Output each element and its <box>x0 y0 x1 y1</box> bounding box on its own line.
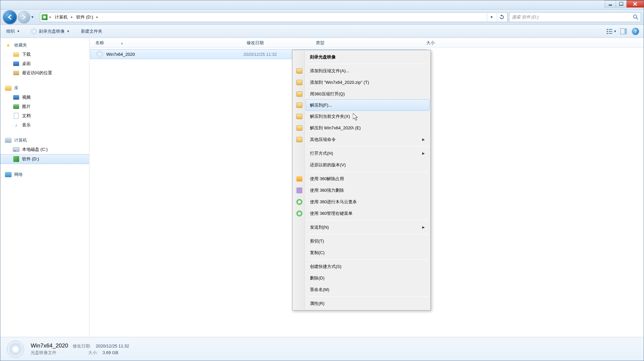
sidebar-item-drive-d[interactable]: 软件 (D:) <box>0 154 89 164</box>
ctx-restore-previous[interactable]: 还原以前的版本(V) <box>306 159 429 171</box>
ctx-add-to-zip[interactable]: 添加到 "Win7x64_2020.zip" (T) <box>306 77 429 88</box>
search-input[interactable]: 搜索 软件 (D:) <box>509 12 641 22</box>
sidebar-item-pictures[interactable]: 图片 <box>0 102 89 111</box>
help-icon: ? <box>632 28 639 35</box>
window-controls <box>605 0 644 8</box>
ctx-extract-to-folder[interactable]: 解压到 Win7x64_2020\ (E) <box>306 122 429 134</box>
ctx-delete[interactable]: 删除(D) <box>306 272 429 284</box>
refresh-button[interactable] <box>497 13 506 21</box>
archive-icon <box>296 137 302 142</box>
disk-icon <box>13 147 19 152</box>
details-pane: Win7x64_2020 修改日期: 2020/12/25 11:32 光盘映像… <box>0 337 644 361</box>
maximize-button[interactable] <box>616 0 627 8</box>
details-date-value: 2020/12/25 11:32 <box>96 344 129 348</box>
sidebar-network-header[interactable]: 网络 <box>0 170 89 179</box>
sidebar-item-music[interactable]: ♪音乐 <box>0 120 89 130</box>
svg-point-3 <box>633 15 637 18</box>
address-bar[interactable]: ▸ 计算机 ▸ 软件 (D:) ▸ ▾ <box>40 12 508 22</box>
ctx-360-force-delete[interactable]: 使用 360强力删除 <box>306 184 429 196</box>
archive-icon <box>296 80 302 85</box>
column-header-name[interactable]: 名称▲ <box>95 40 247 46</box>
close-button[interactable] <box>627 0 644 8</box>
breadcrumb-drive[interactable]: 软件 (D:) <box>75 14 94 21</box>
ctx-extract-to[interactable]: 解压到(F)... <box>306 99 430 111</box>
sidebar-item-downloads[interactable]: 下载 <box>0 50 89 59</box>
archive-icon <box>296 68 302 74</box>
sort-ascending-icon: ▲ <box>120 42 123 45</box>
ctx-create-shortcut[interactable]: 创建快捷方式(S) <box>306 261 429 272</box>
ctx-360-manage-menu[interactable]: 使用 360管理右键菜单 <box>306 208 429 219</box>
back-button[interactable] <box>3 10 17 24</box>
sidebar-item-recent[interactable]: 最近访问的位置 <box>0 68 89 78</box>
organize-button[interactable]: 组织 ▼ <box>4 27 22 36</box>
command-toolbar: 组织 ▼ 刻录光盘映像 ▼ 新建文件夹 ▼ ? <box>0 25 644 38</box>
nav-history-dropdown[interactable]: ▾ <box>31 15 37 19</box>
ctx-extract-here[interactable]: 解压到当前文件夹(X) <box>306 111 429 122</box>
svg-rect-10 <box>609 33 612 34</box>
archive-icon <box>296 91 302 97</box>
documents-icon <box>14 113 18 119</box>
ctx-add-to-archive[interactable]: 添加到压缩文件(A)... <box>306 65 429 77</box>
svg-rect-8 <box>609 31 612 32</box>
archive-icon <box>296 114 302 119</box>
preview-pane-button[interactable] <box>619 27 628 36</box>
music-icon: ♪ <box>13 122 19 128</box>
details-size-value: 3.69 GB <box>103 350 119 355</box>
burn-disc-image-button[interactable]: 刻录光盘映像 ▼ <box>28 27 72 36</box>
ctx-copy[interactable]: 复制(C) <box>306 247 429 258</box>
column-header-type[interactable]: 类型 <box>316 40 385 46</box>
ctx-cut[interactable]: 剪切(T) <box>306 235 429 247</box>
sidebar-favorites-header[interactable]: ★ 收藏夹 <box>0 41 89 50</box>
sidebar-libraries-header[interactable]: 库 <box>0 83 89 93</box>
ctx-rename[interactable]: 重命名(M) <box>306 284 429 295</box>
star-icon: ★ <box>5 42 12 49</box>
sidebar-item-desktop[interactable]: 桌面 <box>0 59 89 68</box>
sidebar-computer-header[interactable]: 计算机 <box>0 136 89 145</box>
svg-rect-9 <box>607 33 608 34</box>
search-placeholder: 搜索 软件 (D:) <box>512 14 539 20</box>
network-icon <box>5 172 12 177</box>
file-list-pane: 名称▲ 修改日期 类型 大小 Win7x64_2020 2020/12/25 1… <box>89 38 644 337</box>
sidebar-item-videos[interactable]: 视频 <box>0 93 89 102</box>
svg-rect-0 <box>609 5 612 6</box>
ctx-burn-disc-image[interactable]: 刻录光盘映像 <box>306 51 429 63</box>
pictures-icon <box>13 104 19 109</box>
file-name: Win7x64_2020 <box>106 52 135 57</box>
ctx-360-cloud-scan[interactable]: 使用 360进行木马云查杀 <box>306 196 429 208</box>
column-header-size[interactable]: 大小 <box>385 40 435 46</box>
svg-rect-5 <box>607 29 608 30</box>
ctx-send-to[interactable]: 发送到(N)▶ <box>306 221 429 233</box>
navigation-sidebar: ★ 收藏夹 下载 桌面 最近访问的位置 库 视频 图片 文档 ♪音乐 <box>0 38 89 337</box>
archive-icon <box>296 125 302 131</box>
forward-button[interactable] <box>18 11 30 23</box>
address-dropdown[interactable]: ▾ <box>487 13 496 21</box>
svg-point-2 <box>43 16 46 18</box>
sidebar-item-drive-c[interactable]: 本地磁盘 (C:) <box>0 145 89 154</box>
titlebar <box>0 0 644 10</box>
view-options-button[interactable]: ▼ <box>607 27 617 36</box>
main-content: ★ 收藏夹 下载 桌面 最近访问的位置 库 视频 图片 文档 ♪音乐 <box>0 38 644 337</box>
search-icon <box>633 14 639 21</box>
disc-image-icon <box>96 51 103 57</box>
sidebar-item-documents[interactable]: 文档 <box>0 111 89 120</box>
360-icon <box>296 187 302 193</box>
disc-icon <box>31 28 37 34</box>
explorer-window: ▾ ▸ 计算机 ▸ 软件 (D:) ▸ ▾ 搜索 软件 (D:) <box>0 0 644 361</box>
minimize-button[interactable] <box>605 0 616 8</box>
new-folder-button[interactable]: 新建文件夹 <box>78 27 105 36</box>
ctx-open-with[interactable]: 打开方式(H)▶ <box>306 148 429 159</box>
column-header-date[interactable]: 修改日期 <box>247 40 316 46</box>
ctx-open-with-360zip[interactable]: 用360压缩打开(Q) <box>306 88 429 100</box>
ctx-360-unlock[interactable]: 使用 360解除占用 <box>306 173 429 184</box>
submenu-arrow-icon: ▶ <box>422 151 425 155</box>
column-headers: 名称▲ 修改日期 类型 大小 <box>89 38 644 48</box>
details-date-label: 修改日期: <box>73 343 91 349</box>
archive-icon <box>296 103 302 108</box>
submenu-arrow-icon: ▶ <box>422 138 425 141</box>
folder-icon <box>13 52 19 57</box>
ctx-other-zip-commands[interactable]: 其他压缩命令▶ <box>306 134 429 145</box>
help-button[interactable]: ? <box>630 27 640 36</box>
breadcrumb-computer[interactable]: 计算机 <box>53 14 69 21</box>
svg-line-4 <box>636 18 638 19</box>
ctx-properties[interactable]: 属性(R) <box>306 298 429 309</box>
